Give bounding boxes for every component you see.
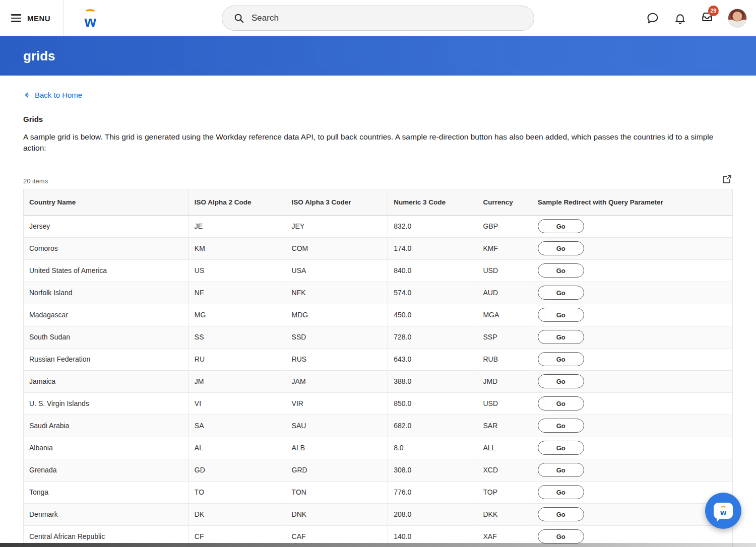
go-button[interactable]: Go: [538, 396, 584, 411]
table-row: Saudi ArabiaSASAU682.0SARGo: [24, 415, 733, 437]
assistant-bubble-icon: w: [714, 503, 733, 519]
go-button[interactable]: Go: [538, 263, 584, 278]
table-header-row: Country NameISO Alpha 2 CodeISO Alpha 3 …: [24, 189, 733, 215]
bottom-edge-shade: [0, 543, 756, 547]
go-button[interactable]: Go: [538, 374, 584, 388]
cell-alpha3: SSD: [286, 326, 388, 348]
cell-alpha3: USA: [286, 259, 388, 282]
cell-numeric3: 682.0: [388, 415, 477, 437]
go-button[interactable]: Go: [538, 241, 584, 255]
cell-redirect: Go: [532, 392, 732, 415]
column-header: Country Name: [24, 189, 189, 215]
cell-redirect: Go: [532, 259, 732, 282]
cell-alpha2: RU: [188, 348, 286, 370]
cell-alpha2: SA: [188, 415, 286, 437]
go-button[interactable]: Go: [538, 529, 584, 543]
topbar: MENU w: [0, 0, 756, 36]
cell-redirect: Go: [532, 326, 732, 348]
cell-redirect: Go: [532, 348, 732, 370]
cell-country: United States of America: [24, 259, 189, 282]
cell-numeric3: 574.0: [388, 282, 477, 304]
go-button[interactable]: Go: [538, 419, 584, 433]
cell-alpha2: TO: [188, 481, 286, 503]
cell-alpha3: RUS: [286, 348, 388, 370]
cell-country: Jersey: [24, 215, 189, 237]
cell-alpha3: JAM: [286, 370, 388, 392]
profile-avatar[interactable]: [728, 9, 747, 28]
go-button[interactable]: Go: [538, 286, 584, 300]
table-row: JerseyJEJEY832.0GBPGo: [24, 215, 733, 237]
workday-logo[interactable]: w: [79, 7, 101, 29]
column-header: ISO Alpha 2 Code: [188, 189, 286, 215]
table-row: DenmarkDKDNK208.0DKKGo: [24, 503, 733, 525]
cell-alpha3: DNK: [286, 503, 388, 525]
cell-numeric3: 728.0: [388, 326, 477, 348]
inbox-button[interactable]: 29: [701, 11, 714, 26]
cell-country: Saudi Arabia: [24, 415, 189, 437]
cell-currency: GBP: [477, 215, 532, 237]
cell-alpha2: GD: [188, 459, 286, 481]
table-row: Norfolk IslandNFNFK574.0AUDGo: [24, 282, 733, 304]
main-content: Back to Home Grids A sample grid is belo…: [0, 76, 756, 547]
cell-country: Norfolk Island: [24, 282, 189, 304]
table-row: ComorosKMCOM174.0KMFGo: [24, 237, 733, 259]
cell-alpha3: VIR: [286, 392, 388, 415]
table-row: United States of AmericaUSUSA840.0USDGo: [24, 259, 733, 282]
go-button[interactable]: Go: [538, 352, 584, 366]
cell-alpha2: MG: [188, 304, 286, 326]
cell-currency: MGA: [477, 304, 532, 326]
table-row: TongaTOTON776.0TOPGo: [24, 481, 733, 503]
go-button[interactable]: Go: [538, 441, 584, 455]
cell-country: U. S. Virgin Islands: [24, 392, 189, 415]
grid-toolbar: 20 items: [23, 173, 733, 185]
table-row: Russian FederationRURUS643.0RUBGo: [24, 348, 733, 370]
cell-numeric3: 832.0: [388, 215, 477, 237]
go-button[interactable]: Go: [538, 463, 584, 477]
notifications-bell-icon[interactable]: [673, 12, 686, 25]
cell-redirect: Go: [532, 304, 732, 326]
cell-country: Tonga: [24, 481, 189, 503]
cell-numeric3: 174.0: [388, 237, 477, 259]
cell-currency: KMF: [477, 237, 532, 259]
table-row: MadagascarMGMDG450.0MGAGo: [24, 304, 733, 326]
chat-icon[interactable]: [646, 12, 659, 25]
page-title: grids: [23, 48, 55, 64]
cell-currency: AUD: [477, 282, 532, 304]
search-input[interactable]: [251, 13, 524, 23]
cell-alpha3: SAU: [286, 415, 388, 437]
search-bar[interactable]: [222, 6, 534, 31]
cell-currency: USD: [477, 392, 532, 415]
hamburger-icon: [11, 14, 21, 22]
cell-currency: JMD: [477, 370, 532, 392]
table-row: South SudanSSSSD728.0SSPGo: [24, 326, 733, 348]
go-button[interactable]: Go: [538, 507, 584, 521]
cell-currency: USD: [477, 259, 532, 282]
workday-assistant-button[interactable]: w: [705, 493, 741, 529]
go-button[interactable]: Go: [538, 330, 584, 344]
section-heading: Grids: [23, 115, 733, 123]
cell-alpha3: NFK: [286, 282, 388, 304]
table-row: U. S. Virgin IslandsVIVIR850.0USDGo: [24, 392, 733, 415]
go-button[interactable]: Go: [538, 485, 584, 499]
cell-country: South Sudan: [24, 326, 189, 348]
go-button[interactable]: Go: [538, 219, 584, 233]
expand-grid-button[interactable]: [721, 173, 733, 185]
cell-country: Albania: [24, 437, 189, 459]
cell-alpha2: SS: [188, 326, 286, 348]
cell-currency: TOP: [477, 481, 532, 503]
table-row: AlbaniaALALB8.0ALLGo: [24, 437, 733, 459]
cell-currency: ALL: [477, 437, 532, 459]
cell-redirect: Go: [532, 437, 732, 459]
cell-alpha2: VI: [188, 392, 286, 415]
cell-country: Denmark: [24, 503, 189, 525]
go-button[interactable]: Go: [538, 308, 584, 322]
column-header: ISO Alpha 3 Coder: [286, 189, 388, 215]
back-to-home-link[interactable]: Back to Home: [23, 91, 82, 99]
column-header: Numeric 3 Code: [388, 189, 477, 215]
cell-numeric3: 8.0: [388, 437, 477, 459]
global-menu-button[interactable]: MENU: [0, 0, 64, 36]
cell-alpha2: DK: [188, 503, 286, 525]
page-banner: grids: [0, 36, 756, 76]
cell-numeric3: 840.0: [388, 259, 477, 282]
cell-currency: SSP: [477, 326, 532, 348]
